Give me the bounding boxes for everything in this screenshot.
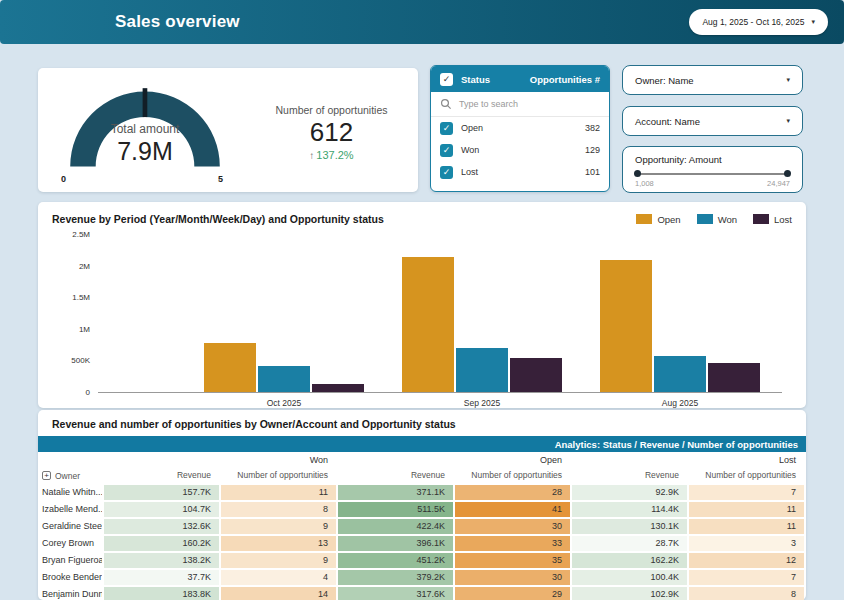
revenue-cell[interactable]: 157.7K: [104, 485, 219, 500]
column-header-row: + Owner Revenue Number of opportunities …: [40, 468, 804, 483]
status-item-open[interactable]: ✓Open382: [431, 117, 609, 139]
owner-cell[interactable]: Benjamin Dunn: [40, 587, 102, 600]
revenue-cell[interactable]: 92.9K: [572, 485, 687, 500]
count-cell[interactable]: 8: [689, 587, 804, 600]
bar-won[interactable]: [258, 366, 310, 392]
gauge-min: 0: [61, 174, 66, 184]
page-title: Sales overview: [115, 12, 240, 32]
revenue-by-period-chart: Revenue by Period (Year/Month/Week/Day) …: [38, 202, 806, 408]
revenue-cell[interactable]: 511.5K: [338, 502, 453, 517]
legend-item-won[interactable]: Won: [697, 214, 737, 225]
count-cell[interactable]: 12: [689, 553, 804, 568]
opportunities-kpi: Number of opportunities 612 ↑137.2%: [245, 68, 418, 192]
chevron-down-icon: ▾: [786, 76, 790, 84]
legend-swatch: [636, 214, 652, 224]
revenue-cell[interactable]: 28.7K: [572, 536, 687, 551]
checkbox-checked-icon[interactable]: ✓: [440, 144, 453, 157]
owner-cell[interactable]: Brooke Bender: [40, 570, 102, 585]
owner-cell[interactable]: Izabelle Mend...: [40, 502, 102, 517]
status-group-header-row: Won Open Lost: [40, 452, 804, 468]
revenue-cell[interactable]: 37.7K: [104, 570, 219, 585]
slider-track: [635, 173, 790, 175]
checkbox-checked-icon[interactable]: ✓: [440, 166, 453, 179]
gauge-label: Total amount: [60, 122, 230, 136]
revenue-cell[interactable]: 183.8K: [104, 587, 219, 600]
plot-canvas: [98, 235, 782, 393]
slider-handle-max[interactable]: [784, 170, 791, 177]
revenue-cell[interactable]: 371.1K: [338, 485, 453, 500]
date-range-picker[interactable]: Aug 1, 2025 - Oct 16, 2025 ▾: [689, 9, 828, 35]
table-row: Izabelle Mend...104.7K8511.5K41114.4K11: [40, 502, 804, 517]
amount-range-slider[interactable]: [635, 169, 790, 178]
count-cell[interactable]: 7: [689, 570, 804, 585]
legend-label: Won: [718, 214, 737, 225]
kpi-card: Total amount 7.9M 0 5 Number of opportun…: [38, 68, 418, 192]
owner-cell[interactable]: Corey Brown: [40, 536, 102, 551]
status-select-all-checkbox[interactable]: ✓: [440, 73, 453, 86]
owner-filter-dropdown[interactable]: Owner: Name ▾: [622, 65, 803, 95]
count-cell[interactable]: 29: [455, 587, 570, 600]
count-cell[interactable]: 13: [221, 536, 336, 551]
revenue-cell[interactable]: 317.6K: [338, 587, 453, 600]
revenue-cell[interactable]: 132.6K: [104, 519, 219, 534]
revenue-cell[interactable]: 100.4K: [572, 570, 687, 585]
bar-won[interactable]: [654, 356, 706, 392]
status-item-lost[interactable]: ✓Lost101: [431, 161, 609, 183]
gauge-tick: [143, 88, 148, 117]
count-cell[interactable]: 28: [455, 485, 570, 500]
owner-cell[interactable]: Geraldine Steel: [40, 519, 102, 534]
count-cell[interactable]: 30: [455, 570, 570, 585]
count-cell[interactable]: 11: [689, 502, 804, 517]
bar-lost[interactable]: [708, 363, 760, 392]
slider-handle-min[interactable]: [634, 170, 641, 177]
expand-all-icon[interactable]: +: [42, 471, 51, 480]
revenue-cell[interactable]: 104.7K: [104, 502, 219, 517]
bar-lost[interactable]: [312, 384, 364, 392]
count-cell[interactable]: 3: [689, 536, 804, 551]
gauge-max: 5: [218, 174, 223, 184]
bar-open[interactable]: [204, 343, 256, 392]
bar-lost[interactable]: [510, 358, 562, 392]
revenue-cell[interactable]: 102.9K: [572, 587, 687, 600]
top-row: Total amount 7.9M 0 5 Number of opportun…: [38, 65, 803, 193]
gauge-value: 7.9M: [60, 137, 230, 166]
revenue-cell[interactable]: 162.2K: [572, 553, 687, 568]
chart-plot-area: 2.5M2M1.5M1M500K0 Oct 2025Sep 2025Aug 20…: [52, 230, 792, 405]
owner-column-header[interactable]: + Owner: [40, 471, 102, 481]
revenue-cell[interactable]: 114.4K: [572, 502, 687, 517]
count-cell[interactable]: 11: [221, 485, 336, 500]
count-cell[interactable]: 14: [221, 587, 336, 600]
revenue-cell[interactable]: 422.4K: [338, 519, 453, 534]
legend-item-open[interactable]: Open: [636, 214, 680, 225]
count-cell[interactable]: 9: [221, 553, 336, 568]
count-cell[interactable]: 33: [455, 536, 570, 551]
revenue-cell[interactable]: 396.1K: [338, 536, 453, 551]
legend-label: Open: [657, 214, 680, 225]
revenue-cell[interactable]: 138.2K: [104, 553, 219, 568]
legend-item-lost[interactable]: Lost: [753, 214, 792, 225]
revenue-cell[interactable]: 160.2K: [104, 536, 219, 551]
bar-won[interactable]: [456, 348, 508, 392]
count-cell[interactable]: 8: [221, 502, 336, 517]
revenue-cell[interactable]: 379.2K: [338, 570, 453, 585]
owner-cell[interactable]: Natalie Whitn...: [40, 485, 102, 500]
owner-cell[interactable]: Bryan Figueroa: [40, 553, 102, 568]
count-cell[interactable]: 11: [689, 519, 804, 534]
chart-title: Revenue by Period (Year/Month/Week/Day) …: [52, 213, 384, 225]
checkbox-checked-icon[interactable]: ✓: [440, 122, 453, 135]
search-icon: [440, 98, 452, 110]
status-item-won[interactable]: ✓Won129: [431, 139, 609, 161]
account-filter-dropdown[interactable]: Account: Name ▾: [622, 106, 803, 136]
bar-open[interactable]: [600, 260, 652, 392]
bar-open[interactable]: [402, 257, 454, 392]
count-cell[interactable]: 35: [455, 553, 570, 568]
count-cell[interactable]: 9: [221, 519, 336, 534]
status-search-input[interactable]: Type to search: [431, 92, 609, 117]
revenue-cell[interactable]: 451.2K: [338, 553, 453, 568]
revenue-cell[interactable]: 130.1K: [572, 519, 687, 534]
account-filter-label: Account: Name: [635, 116, 700, 127]
count-cell[interactable]: 4: [221, 570, 336, 585]
count-cell[interactable]: 30: [455, 519, 570, 534]
count-cell[interactable]: 7: [689, 485, 804, 500]
count-cell[interactable]: 41: [455, 502, 570, 517]
